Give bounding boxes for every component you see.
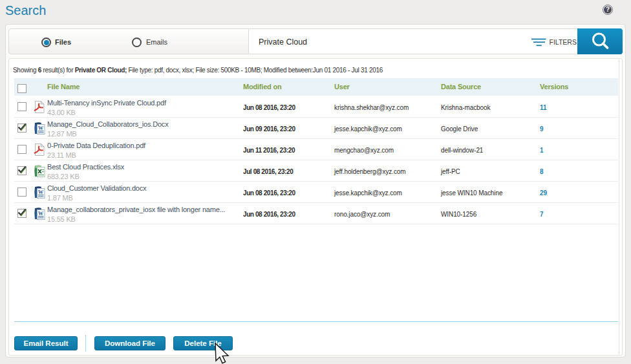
svg-text:W: W — [38, 125, 43, 131]
svg-text:FILTERS: FILTERS — [550, 38, 577, 46]
svg-text:W: W — [38, 189, 43, 195]
svg-text:W: W — [38, 211, 43, 217]
